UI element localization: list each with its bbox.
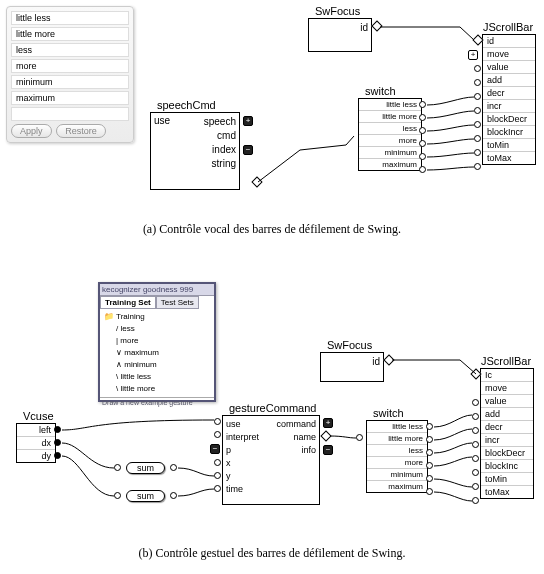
apply-button[interactable]: Apply	[11, 124, 52, 138]
sum-box: sum	[126, 490, 165, 502]
jsb-port: value	[483, 61, 535, 74]
jsb-port: blockInc	[481, 460, 533, 473]
swfocus-title: SwFocus	[313, 5, 362, 17]
setting-item: more	[11, 59, 129, 73]
swfocus-box: SwFocus id	[308, 18, 372, 52]
port-dot-icon	[474, 163, 481, 170]
port-dot-icon	[426, 462, 433, 469]
switch-item: little more	[359, 111, 421, 123]
port-dot-icon	[472, 455, 479, 462]
jsb-port: incr	[483, 100, 535, 113]
recognizer-footer: Draw a new example gesture	[100, 397, 214, 407]
port-diamond-icon	[383, 354, 394, 365]
jsb-port: incr	[481, 434, 533, 447]
switch-item: maximum	[367, 481, 427, 492]
recognizer-header: kecognizer goodness 999	[100, 284, 214, 296]
switch-item: minimum	[359, 147, 421, 159]
toggle-plus-icon[interactable]: +	[323, 418, 333, 428]
jsb-port: Ic	[481, 369, 533, 382]
port-dot-icon	[426, 436, 433, 443]
port-y: y	[226, 470, 259, 483]
switch-box-b: switch little less little more less more…	[366, 420, 428, 493]
gesturecommand-box: gestureCommand use interpret p x y time …	[222, 415, 320, 505]
jsb-port: blockIncr	[483, 126, 535, 139]
speechcmd-title: speechCmd	[155, 99, 218, 111]
port-dot-icon	[419, 101, 426, 108]
port-dot-icon	[472, 413, 479, 420]
port-dot-icon	[54, 426, 61, 433]
tab-training[interactable]: Training Set	[100, 296, 156, 309]
switch-item: maximum	[359, 159, 421, 170]
setting-item: little less	[11, 11, 129, 25]
jsb-port: decr	[483, 87, 535, 100]
switch-item: less	[359, 123, 421, 135]
switch-item: less	[367, 445, 427, 457]
port-dot-icon	[426, 449, 433, 456]
recognizer-window: kecognizer goodness 999 Training Set Tes…	[98, 282, 216, 402]
port-string: string	[204, 157, 236, 171]
port-dot-icon	[474, 79, 481, 86]
port-dot-icon	[214, 472, 221, 479]
jsb-port: blockDecr	[481, 447, 533, 460]
setting-input[interactable]	[11, 107, 129, 121]
port-dot-icon	[472, 497, 479, 504]
settings-panel: little less little more less more minimu…	[6, 6, 134, 143]
switch-item: more	[367, 457, 427, 469]
tree-body: 📁 Training / less | more ∨ maximum ∧ min…	[100, 309, 214, 397]
port-dot-icon	[419, 140, 426, 147]
port-diamond-icon	[320, 430, 331, 441]
setting-item: little more	[11, 27, 129, 41]
setting-item: maximum	[11, 91, 129, 105]
port-dot-icon	[419, 153, 426, 160]
swfocus-title-b: SwFocus	[325, 339, 374, 351]
port-dot-icon	[419, 127, 426, 134]
jsb-port: add	[481, 408, 533, 421]
port-id-b: id	[372, 356, 380, 367]
port-p: p	[226, 444, 259, 457]
port-dot-icon	[474, 149, 481, 156]
tab-test[interactable]: Test Sets	[156, 296, 199, 309]
toggle-plus-icon[interactable]: +	[468, 50, 478, 60]
toggle-minus-icon[interactable]: −	[210, 444, 220, 454]
jsb-port: toMin	[483, 139, 535, 152]
port-dot-icon	[472, 441, 479, 448]
switch-item: more	[359, 135, 421, 147]
jsb-port: value	[481, 395, 533, 408]
port-dot-icon	[214, 485, 221, 492]
port-dot-icon	[170, 464, 177, 471]
vcuse-box: Vcuse left dx dy	[16, 423, 56, 463]
jsb-port: blockDecr	[483, 113, 535, 126]
speechcmd-box: speechCmd use speech cmd index string	[150, 112, 240, 190]
switch-item: little less	[359, 99, 421, 111]
setting-item: less	[11, 43, 129, 57]
jscrollbar-box-b: JScrollBar Ic move value add decr incr b…	[480, 368, 534, 499]
restore-button[interactable]: Restore	[56, 124, 106, 138]
switch-box: switch little less little more less more…	[358, 98, 422, 171]
port-use: use	[154, 115, 170, 126]
gesturecommand-title: gestureCommand	[227, 402, 318, 414]
jsb-port: decr	[481, 421, 533, 434]
toggle-minus-icon[interactable]: −	[323, 445, 333, 455]
toggle-minus-icon[interactable]: −	[243, 145, 253, 155]
port-index: index	[204, 143, 236, 157]
jsb-port: toMax	[483, 152, 535, 164]
port-dot-icon	[54, 452, 61, 459]
port-dot-icon	[474, 121, 481, 128]
jsb-port: move	[483, 48, 535, 61]
port-dot-icon	[114, 492, 121, 499]
port-dot-icon	[419, 114, 426, 121]
jscrollbar-title-b: JScrollBar	[479, 355, 533, 367]
port-dot-icon	[214, 459, 221, 466]
toggle-plus-icon[interactable]: +	[243, 116, 253, 126]
port-interpret: interpret	[226, 431, 259, 444]
port-dot-icon	[356, 434, 363, 441]
port-dot-icon	[170, 492, 177, 499]
jsb-port: toMax	[481, 486, 533, 498]
port-use: use	[226, 418, 259, 431]
vcuse-port: dx	[17, 437, 55, 450]
jsb-port: add	[483, 74, 535, 87]
port-dot-icon	[472, 469, 479, 476]
jsb-port: toMin	[481, 473, 533, 486]
vcuse-port: left	[17, 424, 55, 437]
caption-a: (a) Contrôle vocal des barres de défilem…	[0, 222, 544, 237]
